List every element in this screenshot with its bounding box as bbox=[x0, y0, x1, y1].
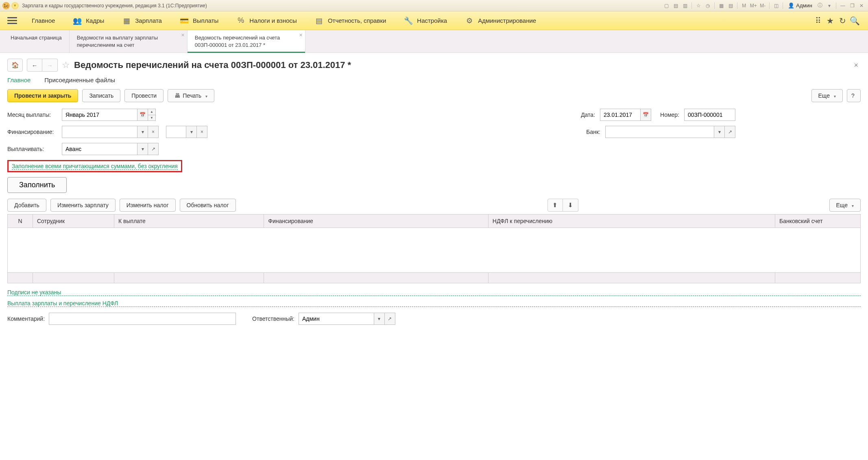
menu-payments[interactable]: 💳Выплаты bbox=[171, 11, 227, 30]
toolbar-icon-3[interactable]: ▥ bbox=[681, 2, 689, 9]
bank-input[interactable] bbox=[605, 126, 714, 138]
finance-dropdown-icon[interactable]: ▾ bbox=[137, 126, 148, 138]
date-picker-icon[interactable]: 📅 bbox=[641, 109, 651, 121]
more-label: Еще bbox=[818, 92, 830, 99]
apps-grid-icon[interactable]: ⠿ bbox=[812, 16, 824, 26]
finance-clear-icon[interactable]: × bbox=[148, 126, 159, 138]
col-employee[interactable]: Сотрудник bbox=[33, 215, 114, 228]
comment-input[interactable] bbox=[49, 313, 236, 325]
print-label: Печать bbox=[183, 92, 201, 99]
menu-settings[interactable]: 🔧Настройка bbox=[395, 11, 456, 30]
tab-close-icon[interactable]: ✕ bbox=[299, 33, 303, 38]
date-input[interactable] bbox=[600, 109, 641, 121]
window-close-icon[interactable]: ✕ bbox=[857, 2, 866, 9]
more-button[interactable]: Еще bbox=[811, 89, 843, 102]
info-dropdown-icon[interactable]: ▾ bbox=[825, 2, 833, 9]
table-empty-body[interactable] bbox=[8, 228, 861, 273]
edit-salary-button[interactable]: Изменить зарплату bbox=[50, 199, 116, 212]
bank-open-icon[interactable]: ↗ bbox=[725, 126, 735, 138]
subtab-files[interactable]: Присоединенные файлы bbox=[44, 77, 115, 83]
printer-icon: 🖶 bbox=[174, 92, 180, 99]
write-button[interactable]: Записать bbox=[82, 89, 120, 102]
document-content: 🏠 ← → ☆ Ведомость перечислений на счета … bbox=[0, 53, 868, 331]
tab-document[interactable]: Ведомость перечислений на счета 00ЗП-000… bbox=[188, 30, 305, 53]
toolbar-icon-2[interactable]: ▤ bbox=[672, 2, 680, 9]
home-button[interactable]: 🏠 bbox=[7, 59, 23, 72]
add-row-button[interactable]: Добавить bbox=[7, 199, 46, 212]
panels-icon[interactable]: ◫ bbox=[772, 2, 780, 9]
subtab-main[interactable]: Главное bbox=[7, 77, 31, 83]
finance-input[interactable] bbox=[62, 126, 137, 138]
number-input[interactable] bbox=[684, 109, 735, 121]
clock-icon[interactable]: ◷ bbox=[704, 2, 712, 9]
ndfl-transfer-link[interactable]: Выплата зарплаты и перечисление НДФЛ bbox=[7, 300, 861, 307]
menu-salary[interactable]: ▦Зарплата bbox=[113, 11, 171, 30]
pay-open-icon[interactable]: ↗ bbox=[148, 143, 159, 155]
col-n[interactable]: N bbox=[8, 215, 33, 228]
finance2-clear-icon[interactable]: × bbox=[197, 126, 207, 138]
signatures-link[interactable]: Подписи не указаны bbox=[7, 289, 861, 296]
toolbar-icon-1[interactable]: ▢ bbox=[662, 2, 670, 9]
row-up-button[interactable]: ⬆ bbox=[547, 199, 563, 212]
info-icon[interactable]: ⓘ bbox=[816, 2, 824, 9]
help-button[interactable]: ? bbox=[847, 89, 861, 102]
window-restore-icon[interactable]: ❐ bbox=[848, 2, 856, 9]
menu-label: Кадры bbox=[86, 17, 104, 24]
tab-home[interactable]: Начальная страница bbox=[3, 30, 70, 53]
m-minus-icon[interactable]: M- bbox=[759, 2, 767, 9]
post-and-close-button[interactable]: Провести и закрыть bbox=[7, 89, 78, 102]
edit-tax-button[interactable]: Изменить налог bbox=[120, 199, 176, 212]
calculator-icon[interactable]: ▦ bbox=[717, 2, 725, 9]
fill-settings-link[interactable]: Заполнение всеми причитающимися суммами,… bbox=[12, 163, 178, 170]
menu-reports[interactable]: ▤Отчетность, справки bbox=[306, 11, 395, 30]
fill-button[interactable]: Заполнить bbox=[7, 177, 67, 193]
month-down-icon[interactable]: ▼ bbox=[148, 115, 155, 121]
wallet-icon: 💳 bbox=[180, 16, 189, 25]
bank-dropdown-icon[interactable]: ▾ bbox=[714, 126, 725, 138]
print-button[interactable]: 🖶Печать bbox=[168, 89, 214, 102]
current-user[interactable]: 👤 Админ bbox=[785, 2, 815, 9]
post-button[interactable]: Провести bbox=[124, 89, 164, 102]
pay-input[interactable] bbox=[62, 143, 137, 155]
responsible-dropdown-icon[interactable]: ▾ bbox=[374, 313, 385, 325]
menu-admin[interactable]: ⚙Администрирование bbox=[456, 11, 545, 30]
menu-taxes[interactable]: %Налоги и взносы bbox=[227, 11, 306, 30]
m-icon[interactable]: M bbox=[740, 2, 748, 9]
col-topay[interactable]: К выплате bbox=[114, 215, 264, 228]
menu-label: Налоги и взносы bbox=[249, 17, 297, 24]
menu-staff[interactable]: 👥Кадры bbox=[64, 11, 113, 30]
favorite-icon[interactable]: ☆ bbox=[694, 2, 702, 9]
responsible-input[interactable] bbox=[299, 313, 374, 325]
table-more-button[interactable]: Еще bbox=[829, 199, 861, 212]
menu-main[interactable]: Главное bbox=[23, 11, 64, 30]
row-down-button[interactable]: ⬇ bbox=[563, 199, 578, 212]
star-icon[interactable]: ★ bbox=[824, 16, 836, 26]
tab-close-icon[interactable]: ✕ bbox=[181, 33, 185, 38]
document-close-icon[interactable]: × bbox=[851, 61, 861, 70]
finance2-dropdown-icon[interactable]: ▾ bbox=[186, 126, 197, 138]
month-input[interactable] bbox=[62, 109, 137, 121]
nav-forward-button[interactable]: → bbox=[42, 59, 58, 72]
search-icon[interactable]: 🔍 bbox=[848, 16, 861, 26]
nav-back-button[interactable]: ← bbox=[27, 59, 42, 72]
col-finance[interactable]: Финансирование bbox=[264, 215, 489, 228]
favorite-star-icon[interactable]: ☆ bbox=[62, 60, 70, 70]
menu-hamburger-icon[interactable] bbox=[7, 17, 17, 24]
window-minimize-icon[interactable]: — bbox=[839, 2, 847, 9]
col-ndfl[interactable]: НДФЛ к перечислению bbox=[488, 215, 775, 228]
tab-list[interactable]: Ведомости на выплату зарплаты перечислен… bbox=[70, 30, 188, 53]
app-dropdown-icon[interactable]: ▾ bbox=[11, 2, 19, 9]
percent-icon: % bbox=[236, 16, 245, 25]
calendar-icon[interactable]: ▤ bbox=[726, 2, 735, 9]
month-picker-icon[interactable]: 📅 bbox=[137, 109, 148, 121]
pay-dropdown-icon[interactable]: ▾ bbox=[137, 143, 148, 155]
finance2-input[interactable] bbox=[166, 126, 186, 138]
menu-label: Отчетность, справки bbox=[328, 17, 386, 24]
responsible-open-icon[interactable]: ↗ bbox=[385, 313, 395, 325]
month-up-icon[interactable]: ▲ bbox=[148, 109, 155, 115]
m-plus-icon[interactable]: M+ bbox=[749, 2, 757, 9]
table-footer-row bbox=[8, 273, 861, 283]
update-tax-button[interactable]: Обновить налог bbox=[180, 199, 236, 212]
col-bank[interactable]: Банковский счет bbox=[775, 215, 861, 228]
history-icon[interactable]: ↻ bbox=[836, 16, 848, 26]
